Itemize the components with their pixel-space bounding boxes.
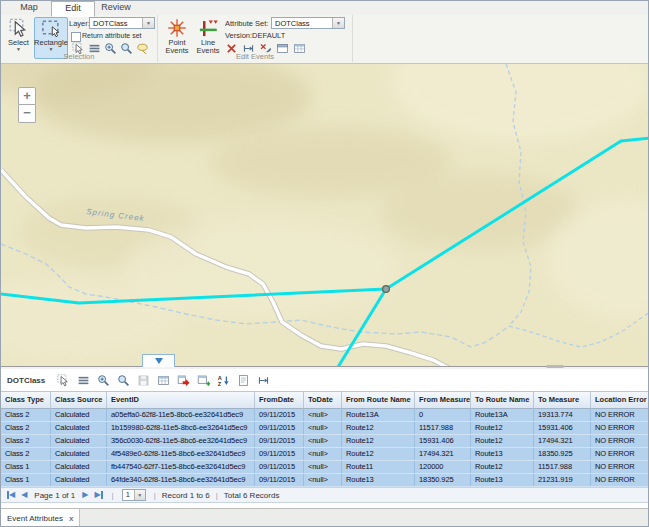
- table-cell[interactable]: Class 2: [1, 422, 51, 434]
- table-cell[interactable]: Route13: [471, 448, 534, 460]
- table-cell[interactable]: 18350.925: [415, 474, 471, 486]
- table-cell[interactable]: NO ERROR: [591, 461, 649, 473]
- table-cell[interactable]: 0: [415, 409, 471, 421]
- save-icon[interactable]: [137, 374, 150, 387]
- table-cell[interactable]: NO ERROR: [591, 409, 649, 421]
- table-cell[interactable]: <null>: [304, 409, 342, 421]
- table-cell[interactable]: Calculated: [51, 474, 107, 486]
- table-cell[interactable]: Class 2: [1, 409, 51, 421]
- table-cell[interactable]: Calculated: [51, 422, 107, 434]
- table-cell[interactable]: Route12: [471, 435, 534, 447]
- table-cell[interactable]: 17494.321: [415, 448, 471, 460]
- table-row[interactable]: Class 2Calculateda05effa0-62f8-11e5-8bc6…: [1, 409, 648, 422]
- table-cell[interactable]: Route13A: [471, 409, 534, 421]
- column-header[interactable]: EventID: [107, 391, 255, 409]
- column-header[interactable]: From Measure: [415, 391, 471, 409]
- tab-event-attributes[interactable]: Event Attributes x: [1, 509, 80, 527]
- table-cell[interactable]: <null>: [304, 474, 342, 486]
- table-cell[interactable]: 356c0030-62f8-11e5-8bc6-ee32641d5ec9: [107, 435, 255, 447]
- table-cell[interactable]: Route12: [471, 422, 534, 434]
- table-cell[interactable]: Calculated: [51, 435, 107, 447]
- column-header[interactable]: To Measure: [534, 391, 591, 409]
- table-cell[interactable]: <null>: [304, 435, 342, 447]
- tab-review[interactable]: Review: [93, 1, 139, 14]
- table-cell[interactable]: Route13: [471, 474, 534, 486]
- export-records-icon[interactable]: [177, 374, 190, 387]
- next-page-button[interactable]: ▶: [82, 488, 88, 502]
- table-row[interactable]: Class 1Calculatedfb447540-62f7-11e5-8bc6…: [1, 461, 648, 474]
- table-cell[interactable]: 09/11/2015: [255, 461, 304, 473]
- table-cell[interactable]: NO ERROR: [591, 422, 649, 434]
- column-header[interactable]: FromDate: [255, 391, 304, 409]
- column-header[interactable]: ToDate: [304, 391, 342, 409]
- table-cell[interactable]: <null>: [304, 448, 342, 460]
- table-cell[interactable]: 11517.988: [415, 422, 471, 434]
- panel-collapse-button[interactable]: [142, 354, 175, 367]
- table-cell[interactable]: Class 1: [1, 474, 51, 486]
- table-cell[interactable]: Route12: [471, 461, 534, 473]
- add-record-icon[interactable]: [197, 374, 210, 387]
- zoom-in-button[interactable]: +: [18, 87, 36, 105]
- table-cell[interactable]: 09/11/2015: [255, 448, 304, 460]
- route-junction-marker[interactable]: [383, 286, 390, 293]
- table-cell[interactable]: 64fde340-62f8-11e5-8bc6-ee32641d5ec9: [107, 474, 255, 486]
- attribute-window-icon[interactable]: [157, 374, 170, 387]
- table-cell[interactable]: <null>: [304, 461, 342, 473]
- table-cell[interactable]: 09/11/2015: [255, 422, 304, 434]
- table-cell[interactable]: 120000: [415, 461, 471, 473]
- column-header[interactable]: Location Error: [591, 391, 649, 409]
- table-cell[interactable]: 1b159980-62f8-11e5-8bc6-ee32641d5ec9: [107, 422, 255, 434]
- column-header[interactable]: From Route Name: [342, 391, 415, 409]
- table-cell[interactable]: Class 1: [1, 461, 51, 473]
- table-cell[interactable]: Calculated: [51, 461, 107, 473]
- table-row[interactable]: Class 2Calculated356c0030-62f8-11e5-8bc6…: [1, 435, 648, 448]
- table-cell[interactable]: NO ERROR: [591, 448, 649, 460]
- table-cell[interactable]: 15931.406: [534, 422, 591, 434]
- first-page-button[interactable]: ◀: [7, 488, 15, 502]
- table-row[interactable]: Class 1Calculated64fde340-62f8-11e5-8bc6…: [1, 474, 648, 487]
- table-cell[interactable]: Calculated: [51, 409, 107, 421]
- table-cell[interactable]: 18350.925: [534, 448, 591, 460]
- page-number-combobox[interactable]: 1 ▼: [122, 489, 146, 501]
- table-cell[interactable]: <null>: [304, 422, 342, 434]
- previous-page-button[interactable]: ◀: [21, 488, 27, 502]
- table-cell[interactable]: Route11: [342, 461, 415, 473]
- table-cell[interactable]: fb447540-62f7-11e5-8bc6-ee32641d5ec9: [107, 461, 255, 473]
- table-cell[interactable]: Route12: [342, 435, 415, 447]
- switch-selection-icon[interactable]: [77, 374, 90, 387]
- table-cell[interactable]: Route12: [342, 422, 415, 434]
- table-cell[interactable]: 19313.774: [534, 409, 591, 421]
- select-by-rectangle-icon[interactable]: [57, 374, 70, 387]
- table-cell[interactable]: Route12: [342, 448, 415, 460]
- measure-view-icon[interactable]: [257, 374, 270, 387]
- tab-map[interactable]: Map: [7, 1, 51, 14]
- table-cell[interactable]: 17494.321: [534, 435, 591, 447]
- table-cell[interactable]: 11517.988: [534, 461, 591, 473]
- table-cell[interactable]: 15931.406: [415, 435, 471, 447]
- zoom-out-button[interactable]: −: [18, 105, 36, 123]
- table-row[interactable]: Class 2Calculated4f5489e0-62f8-11e5-8bc6…: [1, 448, 648, 461]
- form-view-icon[interactable]: [237, 374, 250, 387]
- column-header[interactable]: Class Type: [1, 391, 51, 409]
- splitter-handle[interactable]: [546, 365, 564, 368]
- table-cell[interactable]: NO ERROR: [591, 435, 649, 447]
- layer-combobox[interactable]: DOTClass ▼: [89, 17, 155, 29]
- table-cell[interactable]: 09/11/2015: [255, 409, 304, 421]
- table-cell[interactable]: Calculated: [51, 448, 107, 460]
- map-canvas[interactable]: Spring Creek + −: [1, 63, 649, 366]
- table-row[interactable]: Class 2Calculated1b159980-62f8-11e5-8bc6…: [1, 422, 648, 435]
- table-cell[interactable]: 21231.919: [534, 474, 591, 486]
- column-header[interactable]: Class Source: [51, 391, 107, 409]
- zoom-to-selected-icon[interactable]: [97, 374, 110, 387]
- table-cell[interactable]: 09/11/2015: [255, 435, 304, 447]
- table-cell[interactable]: a05effa0-62f8-11e5-8bc6-ee32641d5ec9: [107, 409, 255, 421]
- table-cell[interactable]: Route13A: [342, 409, 415, 421]
- table-cell[interactable]: 4f5489e0-62f8-11e5-8bc6-ee32641d5ec9: [107, 448, 255, 460]
- pan-to-selected-icon[interactable]: [117, 374, 130, 387]
- tab-edit[interactable]: Edit: [51, 1, 95, 17]
- last-page-button[interactable]: ▶: [94, 488, 102, 502]
- table-cell[interactable]: NO ERROR: [591, 474, 649, 486]
- table-cell[interactable]: Class 2: [1, 448, 51, 460]
- table-cell[interactable]: Route13: [342, 474, 415, 486]
- table-cell[interactable]: Class 2: [1, 435, 51, 447]
